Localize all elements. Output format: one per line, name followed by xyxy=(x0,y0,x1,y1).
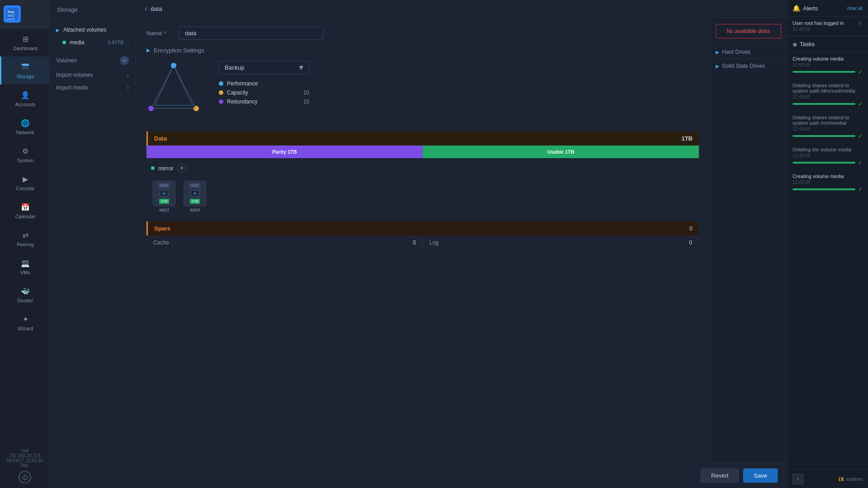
task-time: 12:50:45 xyxy=(793,62,863,67)
no-available-disks-button[interactable]: No available disks xyxy=(716,24,781,38)
task-item-2: Deleting shares related to system path /… xyxy=(787,111,868,143)
attached-volumes-label: Attached volumes xyxy=(63,27,129,33)
progress-bar-bg xyxy=(793,135,855,137)
attached-volumes-header: ▶ Attached volumes xyxy=(50,23,135,36)
import-media-item[interactable]: Import media › xyxy=(50,81,135,94)
alert-text: User root has logged in xyxy=(793,20,863,26)
sidebar-item-wizard[interactable]: ✦ Wizard xyxy=(0,309,49,337)
performance-dot xyxy=(219,81,223,86)
name-row: Name * xyxy=(146,27,699,40)
usable-segment: Usable 1TB xyxy=(423,145,699,158)
encryption-settings-row[interactable]: ▶ Encryption Settings xyxy=(146,47,699,54)
task-check-icon: ✓ xyxy=(858,133,863,139)
name-input[interactable] xyxy=(179,27,324,40)
tasks-title: Tasks xyxy=(800,41,815,47)
import-media-label: Import media xyxy=(56,84,88,91)
task-name: Creating volume media xyxy=(793,174,863,179)
svg-marker-6 xyxy=(151,66,196,108)
ix-systems-logo: iX systems xyxy=(839,476,863,483)
alerts-title: Alerts xyxy=(803,5,818,12)
import-volumes-label: Import volumes xyxy=(56,72,93,78)
redundancy-value: 10 xyxy=(300,99,309,105)
sidebar-item-label: Network xyxy=(16,130,34,135)
sidebar-item-label: Calendar xyxy=(15,214,36,219)
tasks-header: ◉ Tasks xyxy=(787,36,868,52)
parity-bar: Parity 1TB Usable 1TB xyxy=(146,145,699,158)
legend-capacity: Capacity 10 xyxy=(219,89,309,96)
sidebar-item-label: Console xyxy=(16,186,34,191)
clear-all-button[interactable]: clear all xyxy=(847,6,863,11)
sidebar-item-dashboard[interactable]: ⊞ Dashboard xyxy=(0,28,49,56)
expand-icon: ▶ xyxy=(716,64,719,69)
datetime: 04/19/17 12:53:34 PM xyxy=(4,458,46,468)
expand-icon: ▶ xyxy=(716,50,719,55)
add-volume-button[interactable]: + xyxy=(120,56,129,65)
main-content: ‹ data Name * ▶ Encryption Settings xyxy=(136,0,787,488)
breadcrumb-current: data xyxy=(151,5,162,12)
cache-log-row: Cache 0 Log 0 xyxy=(146,236,699,249)
task-item-3: Deleting the volume media 12:49:44 ✓ xyxy=(787,143,868,170)
sidebar-item-label: Accounts xyxy=(15,102,35,107)
mirror-label: mirror xyxy=(158,165,174,172)
back-button[interactable]: ‹ xyxy=(145,5,147,13)
disk-icon-ada4: HDD 1TB xyxy=(184,181,206,206)
save-button[interactable]: Save xyxy=(743,469,778,483)
mirror-remove-button[interactable]: ✕ xyxy=(177,164,186,173)
disk-name-ada3: ada3 xyxy=(159,207,169,212)
capacity-dot xyxy=(219,90,223,95)
nav-next-button[interactable]: › xyxy=(793,474,803,484)
preset-select[interactable]: Backup Performance Capacity xyxy=(219,61,309,74)
sidebar-item-accounts[interactable]: 👤 Accounts xyxy=(0,84,49,113)
import-volumes-item[interactable]: Import volumes › xyxy=(50,69,135,81)
sidebar-item-label: Wizard xyxy=(18,326,33,331)
cache-section: Cache 0 xyxy=(146,236,423,249)
volume-media-item[interactable]: media 3.97TB › xyxy=(50,36,135,49)
svg-point-17 xyxy=(164,193,165,194)
cache-count: 0 xyxy=(413,239,416,246)
svg-rect-5 xyxy=(22,67,29,69)
task-name: Deleting the volume media xyxy=(793,147,863,152)
encryption-expand-icon: ▶ xyxy=(146,47,150,53)
vms-icon: 💻 xyxy=(20,258,30,268)
chevron-right-icon: › xyxy=(127,84,129,91)
task-item-4: Creating volume media 12:49:20 ✓ xyxy=(787,170,868,197)
sidebar-item-calendar[interactable]: 📅 Calendar xyxy=(0,197,49,225)
sidebar-item-docker[interactable]: 🐳 Docker xyxy=(0,281,49,309)
task-item-0: Creating volume media 12:50:45 ✓ xyxy=(787,52,868,79)
alert-item: ✕ User root has logged in 12:46:59 xyxy=(787,17,868,36)
expand-icon: ▶ xyxy=(56,28,60,33)
ssd-category: ▶ Solid State Drives xyxy=(710,59,787,73)
panel-footer: › iX systems xyxy=(787,469,868,488)
breadcrumb: ‹ data xyxy=(136,0,787,18)
triangle-svg xyxy=(146,61,201,115)
sidebar-item-peering[interactable]: ⇄ Peering xyxy=(0,225,49,253)
disk-ada3: HDD 1TB ada3 xyxy=(151,181,177,212)
task-progress: ✓ xyxy=(793,160,863,166)
sidebar-item-storage[interactable]: Storage xyxy=(0,56,49,84)
sidebar-item-label: Peering xyxy=(17,242,34,247)
sidebar-item-label: Storage xyxy=(17,74,34,79)
sidebar-item-system[interactable]: ⚙ System xyxy=(0,141,49,169)
ip-address: 192.168.20.118 xyxy=(4,453,46,458)
alerts-header-left: 🔔 Alerts xyxy=(793,5,818,12)
progress-bar-fill xyxy=(793,188,855,190)
redundancy-label: Redundancy xyxy=(227,99,297,105)
hard-drives-label: Hard Drives xyxy=(722,49,750,55)
alert-close-button[interactable]: ✕ xyxy=(858,20,863,27)
mirror-row: mirror ✕ xyxy=(146,161,699,175)
console-icon: ▶ xyxy=(20,174,30,184)
sidebar-item-label: System xyxy=(17,158,34,163)
progress-bar-fill xyxy=(793,135,855,137)
power-button[interactable]: ⏻ xyxy=(19,471,31,483)
calendar-icon: 📅 xyxy=(20,202,30,212)
sidebar-item-vms[interactable]: 💻 VMs xyxy=(0,253,49,281)
revert-button[interactable]: Revert xyxy=(701,469,739,483)
progress-bar-fill xyxy=(793,162,855,164)
sidebar-item-console[interactable]: ▶ Console xyxy=(0,169,49,197)
name-label: Name * xyxy=(146,30,174,37)
hard-drives-header[interactable]: ▶ Hard Drives xyxy=(710,45,787,59)
main-nav: ⊞ Dashboard Storage 👤 Accounts 🌐 Network… xyxy=(0,28,49,443)
log-section: Log 0 xyxy=(423,236,699,249)
sidebar-item-network[interactable]: 🌐 Network xyxy=(0,113,49,141)
ssd-header[interactable]: ▶ Solid State Drives xyxy=(710,59,787,73)
